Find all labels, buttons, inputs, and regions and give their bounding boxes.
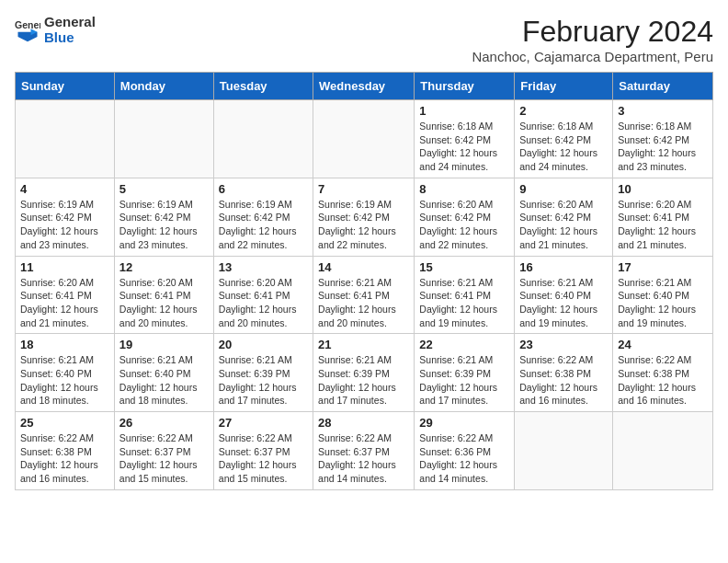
- location-subtitle: Nanchoc, Cajamarca Department, Peru: [472, 49, 713, 64]
- day-info: Sunrise: 6:21 AM Sunset: 6:39 PM Dayligh…: [419, 353, 509, 408]
- day-number: 20: [219, 338, 308, 351]
- day-info: Sunrise: 6:22 AM Sunset: 6:37 PM Dayligh…: [119, 431, 209, 486]
- day-number: 18: [20, 338, 109, 351]
- title-block: February 2024 Nanchoc, Cajamarca Departm…: [472, 15, 713, 64]
- calendar-cell: 13Sunrise: 6:20 AM Sunset: 6:41 PM Dayli…: [213, 256, 313, 334]
- calendar-cell: [16, 100, 115, 178]
- logo-blue: Blue: [44, 29, 74, 45]
- day-info: Sunrise: 6:21 AM Sunset: 6:39 PM Dayligh…: [318, 353, 409, 408]
- day-number: 26: [119, 416, 209, 430]
- calendar-cell: 3Sunrise: 6:18 AM Sunset: 6:42 PM Daylig…: [613, 100, 713, 178]
- day-info: Sunrise: 6:21 AM Sunset: 6:39 PM Dayligh…: [219, 353, 308, 408]
- day-info: Sunrise: 6:21 AM Sunset: 6:40 PM Dayligh…: [519, 276, 608, 330]
- day-header-monday: Monday: [114, 73, 213, 100]
- day-number: 7: [318, 182, 409, 196]
- calendar-cell: [313, 100, 415, 178]
- calendar-cell: 28Sunrise: 6:22 AM Sunset: 6:37 PM Dayli…: [313, 412, 415, 490]
- day-header-wednesday: Wednesday: [313, 73, 415, 100]
- day-info: Sunrise: 6:22 AM Sunset: 6:37 PM Dayligh…: [219, 431, 308, 486]
- day-info: Sunrise: 6:22 AM Sunset: 6:36 PM Dayligh…: [419, 431, 509, 486]
- calendar-cell: 1Sunrise: 6:18 AM Sunset: 6:42 PM Daylig…: [415, 100, 515, 178]
- calendar-week-row: 4Sunrise: 6:19 AM Sunset: 6:42 PM Daylig…: [16, 178, 713, 256]
- day-info: Sunrise: 6:20 AM Sunset: 6:41 PM Dayligh…: [119, 276, 209, 330]
- month-title: February 2024: [472, 15, 713, 49]
- day-header-saturday: Saturday: [613, 73, 713, 100]
- logo-text-block: General Blue: [44, 15, 96, 45]
- day-number: 27: [219, 416, 308, 430]
- calendar-week-row: 18Sunrise: 6:21 AM Sunset: 6:40 PM Dayli…: [16, 334, 713, 412]
- day-number: 3: [618, 104, 708, 118]
- calendar-cell: 29Sunrise: 6:22 AM Sunset: 6:36 PM Dayli…: [415, 412, 515, 490]
- calendar-cell: 26Sunrise: 6:22 AM Sunset: 6:37 PM Dayli…: [114, 412, 213, 490]
- day-number: 22: [419, 338, 509, 351]
- calendar-cell: 4Sunrise: 6:19 AM Sunset: 6:42 PM Daylig…: [16, 178, 115, 256]
- day-number: 4: [20, 182, 109, 196]
- day-info: Sunrise: 6:21 AM Sunset: 6:40 PM Dayligh…: [119, 353, 209, 408]
- day-info: Sunrise: 6:20 AM Sunset: 6:41 PM Dayligh…: [618, 198, 708, 252]
- day-number: 16: [519, 260, 608, 274]
- day-number: 6: [219, 182, 308, 196]
- day-number: 25: [20, 416, 109, 430]
- logo-general: General: [44, 14, 96, 29]
- day-info: Sunrise: 6:22 AM Sunset: 6:38 PM Dayligh…: [618, 353, 708, 408]
- calendar-cell: 6Sunrise: 6:19 AM Sunset: 6:42 PM Daylig…: [213, 178, 313, 256]
- day-number: 9: [519, 182, 608, 196]
- calendar-cell: 16Sunrise: 6:21 AM Sunset: 6:40 PM Dayli…: [515, 256, 613, 334]
- calendar-cell: 2Sunrise: 6:18 AM Sunset: 6:42 PM Daylig…: [515, 100, 613, 178]
- calendar-week-row: 25Sunrise: 6:22 AM Sunset: 6:38 PM Dayli…: [16, 412, 713, 490]
- day-info: Sunrise: 6:18 AM Sunset: 6:42 PM Dayligh…: [419, 120, 509, 174]
- day-number: 8: [419, 182, 509, 196]
- day-number: 10: [618, 182, 708, 196]
- calendar-cell: 7Sunrise: 6:19 AM Sunset: 6:42 PM Daylig…: [313, 178, 415, 256]
- day-header-sunday: Sunday: [16, 73, 115, 100]
- day-info: Sunrise: 6:18 AM Sunset: 6:42 PM Dayligh…: [618, 120, 708, 174]
- calendar-cell: 19Sunrise: 6:21 AM Sunset: 6:40 PM Dayli…: [114, 334, 213, 412]
- day-number: 29: [419, 416, 509, 430]
- day-number: 24: [618, 338, 708, 351]
- logo-icon: General: [15, 17, 40, 43]
- calendar-cell: 20Sunrise: 6:21 AM Sunset: 6:39 PM Dayli…: [213, 334, 313, 412]
- day-info: Sunrise: 6:19 AM Sunset: 6:42 PM Dayligh…: [20, 198, 109, 252]
- day-info: Sunrise: 6:20 AM Sunset: 6:42 PM Dayligh…: [419, 198, 509, 252]
- day-info: Sunrise: 6:19 AM Sunset: 6:42 PM Dayligh…: [219, 198, 308, 252]
- day-number: 17: [618, 260, 708, 274]
- day-info: Sunrise: 6:22 AM Sunset: 6:38 PM Dayligh…: [20, 431, 109, 486]
- day-info: Sunrise: 6:19 AM Sunset: 6:42 PM Dayligh…: [119, 198, 209, 252]
- day-info: Sunrise: 6:20 AM Sunset: 6:41 PM Dayligh…: [219, 276, 308, 330]
- calendar-cell: 22Sunrise: 6:21 AM Sunset: 6:39 PM Dayli…: [415, 334, 515, 412]
- day-info: Sunrise: 6:20 AM Sunset: 6:41 PM Dayligh…: [20, 276, 109, 330]
- calendar-header-row: SundayMondayTuesdayWednesdayThursdayFrid…: [16, 73, 713, 100]
- calendar-cell: 11Sunrise: 6:20 AM Sunset: 6:41 PM Dayli…: [16, 256, 115, 334]
- logo: General General Blue: [15, 15, 96, 45]
- day-number: 1: [419, 104, 509, 118]
- calendar-cell: 24Sunrise: 6:22 AM Sunset: 6:38 PM Dayli…: [613, 334, 713, 412]
- calendar-week-row: 11Sunrise: 6:20 AM Sunset: 6:41 PM Dayli…: [16, 256, 713, 334]
- calendar-cell: 27Sunrise: 6:22 AM Sunset: 6:37 PM Dayli…: [213, 412, 313, 490]
- calendar-cell: 18Sunrise: 6:21 AM Sunset: 6:40 PM Dayli…: [16, 334, 115, 412]
- calendar-cell: 5Sunrise: 6:19 AM Sunset: 6:42 PM Daylig…: [114, 178, 213, 256]
- calendar-cell: 9Sunrise: 6:20 AM Sunset: 6:42 PM Daylig…: [515, 178, 613, 256]
- calendar-cell: 14Sunrise: 6:21 AM Sunset: 6:41 PM Dayli…: [313, 256, 415, 334]
- calendar-week-row: 1Sunrise: 6:18 AM Sunset: 6:42 PM Daylig…: [16, 100, 713, 178]
- day-info: Sunrise: 6:21 AM Sunset: 6:40 PM Dayligh…: [20, 353, 109, 408]
- calendar-cell: [613, 412, 713, 490]
- calendar-cell: 17Sunrise: 6:21 AM Sunset: 6:40 PM Dayli…: [613, 256, 713, 334]
- day-number: 12: [119, 260, 209, 274]
- calendar-cell: 8Sunrise: 6:20 AM Sunset: 6:42 PM Daylig…: [415, 178, 515, 256]
- day-header-tuesday: Tuesday: [213, 73, 313, 100]
- day-header-friday: Friday: [515, 73, 613, 100]
- day-info: Sunrise: 6:21 AM Sunset: 6:40 PM Dayligh…: [618, 276, 708, 330]
- day-number: 21: [318, 338, 409, 351]
- calendar-cell: 15Sunrise: 6:21 AM Sunset: 6:41 PM Dayli…: [415, 256, 515, 334]
- day-header-thursday: Thursday: [415, 73, 515, 100]
- day-number: 19: [119, 338, 209, 351]
- day-number: 14: [318, 260, 409, 274]
- calendar-cell: 23Sunrise: 6:22 AM Sunset: 6:38 PM Dayli…: [515, 334, 613, 412]
- day-info: Sunrise: 6:22 AM Sunset: 6:37 PM Dayligh…: [318, 431, 409, 486]
- day-number: 2: [519, 104, 608, 118]
- calendar-cell: 10Sunrise: 6:20 AM Sunset: 6:41 PM Dayli…: [613, 178, 713, 256]
- day-info: Sunrise: 6:21 AM Sunset: 6:41 PM Dayligh…: [318, 276, 409, 330]
- calendar-cell: 12Sunrise: 6:20 AM Sunset: 6:41 PM Dayli…: [114, 256, 213, 334]
- calendar-cell: [114, 100, 213, 178]
- header: General General Blue February 2024 Nanch…: [15, 15, 713, 64]
